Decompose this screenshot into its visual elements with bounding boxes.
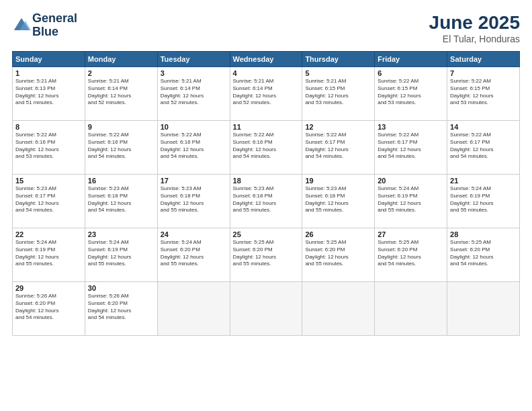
day-number: 16 <box>88 177 154 185</box>
calendar-cell: 4Sunrise: 5:21 AM Sunset: 6:14 PM Daylig… <box>230 67 302 121</box>
location: El Tular, Honduras <box>429 34 520 44</box>
day-number: 23 <box>88 230 154 238</box>
cell-info: Sunrise: 5:22 AM Sunset: 6:16 PM Dayligh… <box>233 132 300 161</box>
logo: General Blue <box>12 12 77 39</box>
cell-info: Sunrise: 5:21 AM Sunset: 6:14 PM Dayligh… <box>88 78 154 107</box>
calendar-cell: 17Sunrise: 5:23 AM Sunset: 6:18 PM Dayli… <box>157 175 230 228</box>
cell-info: Sunrise: 5:21 AM Sunset: 6:15 PM Dayligh… <box>305 78 371 107</box>
calendar-row-4: 29Sunrise: 5:26 AM Sunset: 6:20 PM Dayli… <box>13 282 520 336</box>
calendar-cell: 23Sunrise: 5:24 AM Sunset: 6:19 PM Dayli… <box>85 228 157 282</box>
cell-info: Sunrise: 5:23 AM Sunset: 6:18 PM Dayligh… <box>305 185 371 214</box>
weekday-saturday: Saturday <box>447 52 520 67</box>
cell-info: Sunrise: 5:22 AM Sunset: 6:16 PM Dayligh… <box>88 132 154 161</box>
day-number: 26 <box>305 230 371 238</box>
day-number: 4 <box>233 69 300 77</box>
cell-info: Sunrise: 5:25 AM Sunset: 6:20 PM Dayligh… <box>450 239 517 268</box>
cell-info: Sunrise: 5:26 AM Sunset: 6:20 PM Dayligh… <box>88 293 154 322</box>
day-number: 25 <box>233 230 300 238</box>
day-number: 17 <box>161 177 227 185</box>
weekday-sunday: Sunday <box>13 52 85 67</box>
cell-info: Sunrise: 5:24 AM Sunset: 6:20 PM Dayligh… <box>161 239 227 268</box>
cell-info: Sunrise: 5:24 AM Sunset: 6:19 PM Dayligh… <box>450 185 517 214</box>
calendar-cell: 24Sunrise: 5:24 AM Sunset: 6:20 PM Dayli… <box>157 228 230 282</box>
calendar-cell: 5Sunrise: 5:21 AM Sunset: 6:15 PM Daylig… <box>302 67 375 121</box>
month-title: June 2025 <box>429 12 520 34</box>
cell-info: Sunrise: 5:26 AM Sunset: 6:20 PM Dayligh… <box>15 293 82 322</box>
day-number: 10 <box>161 123 227 131</box>
calendar-cell: 18Sunrise: 5:23 AM Sunset: 6:18 PM Dayli… <box>230 175 302 228</box>
calendar-cell: 26Sunrise: 5:25 AM Sunset: 6:20 PM Dayli… <box>302 228 375 282</box>
calendar-cell: 15Sunrise: 5:23 AM Sunset: 6:17 PM Dayli… <box>13 175 85 228</box>
cell-info: Sunrise: 5:21 AM Sunset: 6:13 PM Dayligh… <box>15 78 82 107</box>
cell-info: Sunrise: 5:23 AM Sunset: 6:17 PM Dayligh… <box>15 185 82 214</box>
day-number: 18 <box>233 177 300 185</box>
header: General Blue June 2025 El Tular, Hondura… <box>12 12 520 44</box>
calendar-row-3: 22Sunrise: 5:24 AM Sunset: 6:19 PM Dayli… <box>13 228 520 282</box>
day-number: 13 <box>378 123 444 131</box>
day-number: 1 <box>15 69 82 77</box>
calendar: SundayMondayTuesdayWednesdayThursdayFrid… <box>12 51 520 336</box>
calendar-cell: 2Sunrise: 5:21 AM Sunset: 6:14 PM Daylig… <box>85 67 157 121</box>
day-number: 22 <box>15 230 82 238</box>
calendar-cell: 12Sunrise: 5:22 AM Sunset: 6:17 PM Dayli… <box>302 121 375 175</box>
title-block: June 2025 El Tular, Honduras <box>429 12 520 44</box>
calendar-cell: 11Sunrise: 5:22 AM Sunset: 6:16 PM Dayli… <box>230 121 302 175</box>
day-number: 15 <box>15 177 82 185</box>
calendar-cell <box>447 282 520 336</box>
calendar-cell: 8Sunrise: 5:22 AM Sunset: 6:16 PM Daylig… <box>13 121 85 175</box>
cell-info: Sunrise: 5:25 AM Sunset: 6:20 PM Dayligh… <box>233 239 300 268</box>
cell-info: Sunrise: 5:23 AM Sunset: 6:18 PM Dayligh… <box>233 185 300 214</box>
weekday-thursday: Thursday <box>302 52 375 67</box>
day-number: 20 <box>378 177 444 185</box>
weekday-header-row: SundayMondayTuesdayWednesdayThursdayFrid… <box>13 52 520 67</box>
day-number: 28 <box>450 230 517 238</box>
cell-info: Sunrise: 5:22 AM Sunset: 6:15 PM Dayligh… <box>378 78 444 107</box>
day-number: 24 <box>161 230 227 238</box>
weekday-friday: Friday <box>375 52 447 67</box>
calendar-cell: 21Sunrise: 5:24 AM Sunset: 6:19 PM Dayli… <box>447 175 520 228</box>
calendar-cell: 27Sunrise: 5:25 AM Sunset: 6:20 PM Dayli… <box>375 228 447 282</box>
cell-info: Sunrise: 5:22 AM Sunset: 6:16 PM Dayligh… <box>161 132 227 161</box>
calendar-cell: 13Sunrise: 5:22 AM Sunset: 6:17 PM Dayli… <box>375 121 447 175</box>
calendar-cell: 10Sunrise: 5:22 AM Sunset: 6:16 PM Dayli… <box>157 121 230 175</box>
cell-info: Sunrise: 5:23 AM Sunset: 6:18 PM Dayligh… <box>161 185 227 214</box>
cell-info: Sunrise: 5:22 AM Sunset: 6:16 PM Dayligh… <box>15 132 82 161</box>
cell-info: Sunrise: 5:24 AM Sunset: 6:19 PM Dayligh… <box>378 185 444 214</box>
cell-info: Sunrise: 5:25 AM Sunset: 6:20 PM Dayligh… <box>378 239 444 268</box>
calendar-cell: 9Sunrise: 5:22 AM Sunset: 6:16 PM Daylig… <box>85 121 157 175</box>
day-number: 3 <box>161 69 227 77</box>
calendar-cell: 30Sunrise: 5:26 AM Sunset: 6:20 PM Dayli… <box>85 282 157 336</box>
calendar-cell: 20Sunrise: 5:24 AM Sunset: 6:19 PM Dayli… <box>375 175 447 228</box>
cell-info: Sunrise: 5:24 AM Sunset: 6:19 PM Dayligh… <box>15 239 82 268</box>
calendar-cell: 6Sunrise: 5:22 AM Sunset: 6:15 PM Daylig… <box>375 67 447 121</box>
cell-info: Sunrise: 5:22 AM Sunset: 6:15 PM Dayligh… <box>450 78 517 107</box>
calendar-cell: 19Sunrise: 5:23 AM Sunset: 6:18 PM Dayli… <box>302 175 375 228</box>
day-number: 7 <box>450 69 517 77</box>
day-number: 2 <box>88 69 154 77</box>
day-number: 11 <box>233 123 300 131</box>
logo-text: General Blue <box>32 12 77 39</box>
calendar-cell: 16Sunrise: 5:23 AM Sunset: 6:18 PM Dayli… <box>85 175 157 228</box>
logo-line2: Blue <box>32 26 77 39</box>
day-number: 27 <box>378 230 444 238</box>
day-number: 6 <box>378 69 444 77</box>
weekday-wednesday: Wednesday <box>230 52 302 67</box>
cell-info: Sunrise: 5:21 AM Sunset: 6:14 PM Dayligh… <box>161 78 227 107</box>
day-number: 9 <box>88 123 154 131</box>
day-number: 29 <box>15 284 82 292</box>
calendar-cell <box>302 282 375 336</box>
day-number: 14 <box>450 123 517 131</box>
cell-info: Sunrise: 5:21 AM Sunset: 6:14 PM Dayligh… <box>233 78 300 107</box>
calendar-cell: 29Sunrise: 5:26 AM Sunset: 6:20 PM Dayli… <box>13 282 85 336</box>
cell-info: Sunrise: 5:24 AM Sunset: 6:19 PM Dayligh… <box>88 239 154 268</box>
day-number: 5 <box>305 69 371 77</box>
cell-info: Sunrise: 5:22 AM Sunset: 6:17 PM Dayligh… <box>378 132 444 161</box>
weekday-monday: Monday <box>85 52 157 67</box>
calendar-cell: 22Sunrise: 5:24 AM Sunset: 6:19 PM Dayli… <box>13 228 85 282</box>
calendar-cell <box>375 282 447 336</box>
calendar-cell: 14Sunrise: 5:22 AM Sunset: 6:17 PM Dayli… <box>447 121 520 175</box>
day-number: 21 <box>450 177 517 185</box>
day-number: 19 <box>305 177 371 185</box>
calendar-cell: 28Sunrise: 5:25 AM Sunset: 6:20 PM Dayli… <box>447 228 520 282</box>
logo-icon <box>12 16 31 35</box>
